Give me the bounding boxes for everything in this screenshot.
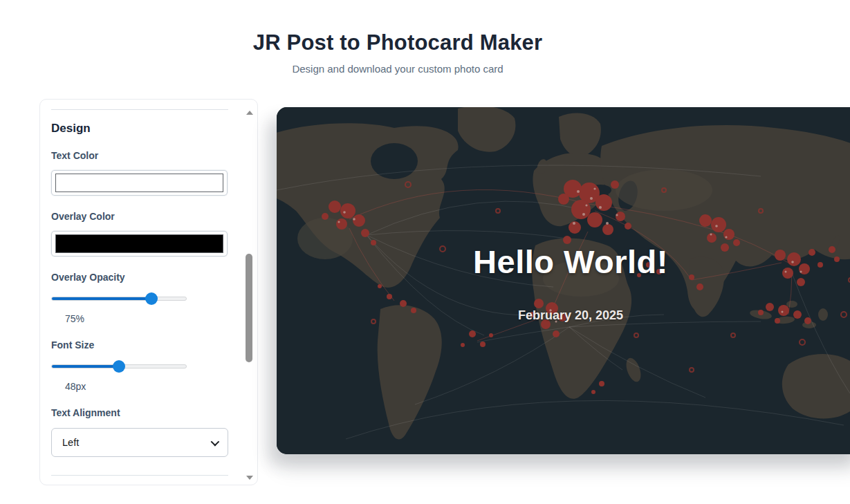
section-divider-top [51, 109, 228, 110]
page: JR Post to Photocard Maker Design and do… [0, 0, 850, 504]
slider-thumb[interactable] [145, 292, 158, 305]
overlay-color-label: Overlay Color [51, 211, 228, 222]
section-title-design: Design [51, 122, 228, 136]
overlay-opacity-slider[interactable] [51, 292, 187, 305]
overlay-opacity-label: Overlay Opacity [51, 272, 228, 283]
text-alignment-select[interactable]: Left [51, 428, 228, 457]
font-size-value: 48px [65, 381, 228, 392]
section-divider-bottom [51, 475, 228, 476]
text-alignment-selected-value: Left [62, 437, 79, 448]
page-subtitle: Design and download your custom photo ca… [0, 63, 795, 75]
overlay-color-input[interactable] [51, 231, 228, 256]
app-header: JR Post to Photocard Maker Design and do… [0, 30, 795, 75]
overlay-color-swatch [55, 234, 223, 253]
photocard-preview[interactable]: Hello World! February 20, 2025 [277, 107, 850, 454]
text-alignment-label: Text Alignment [51, 407, 228, 418]
font-size-slider[interactable] [51, 360, 187, 373]
text-color-swatch [55, 174, 223, 192]
photocard-date-text: February 20, 2025 [277, 308, 850, 323]
slider-thumb[interactable] [113, 360, 125, 373]
text-color-label: Text Color [51, 150, 228, 161]
scrollbar-thumb[interactable] [246, 254, 252, 362]
slider-track [51, 297, 187, 301]
slider-fill [52, 365, 119, 368]
photocard-overlay [277, 107, 850, 454]
design-settings-content: Design Text Color Overlay Color Overlay … [51, 100, 228, 476]
font-size-label: Font Size [51, 339, 228, 351]
text-color-input[interactable] [51, 170, 228, 196]
slider-fill [52, 297, 151, 300]
scroll-down-icon[interactable] [246, 476, 253, 480]
scroll-up-icon[interactable] [246, 111, 253, 115]
overlay-opacity-value: 75% [65, 313, 228, 324]
photocard-title-text: Hello World! [277, 243, 850, 281]
page-title: JR Post to Photocard Maker [0, 30, 795, 55]
design-settings-panel: Design Text Color Overlay Color Overlay … [39, 99, 258, 485]
panel-scrollbar[interactable] [244, 100, 255, 485]
chevron-down-icon [211, 437, 220, 446]
